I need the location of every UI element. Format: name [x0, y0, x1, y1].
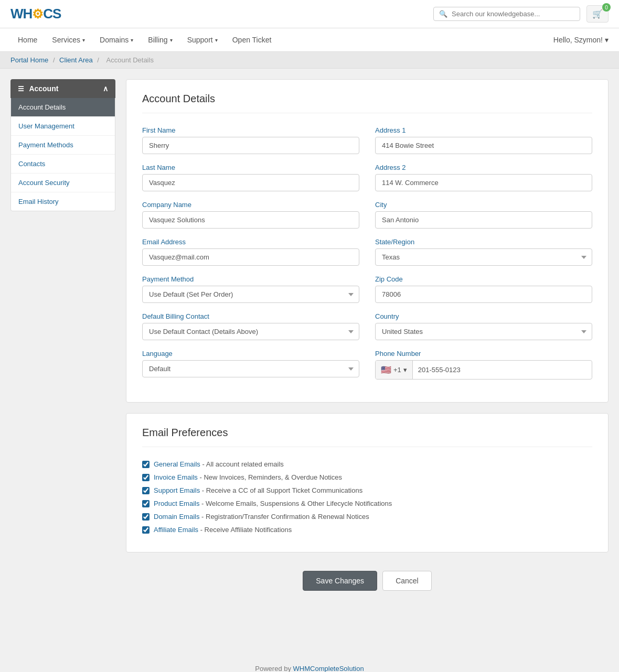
email-pref-product-type: Product Emails: [154, 500, 199, 507]
footer-link[interactable]: WHMCompleteSolution: [293, 665, 364, 672]
nav-item-billing[interactable]: Billing ▾: [141, 28, 179, 51]
nav-item-services[interactable]: Services ▾: [45, 28, 92, 51]
billing-contact-select[interactable]: Use Default Contact (Details Above): [142, 323, 359, 340]
last-name-input[interactable]: [142, 174, 359, 191]
email-pref-general-checkbox[interactable]: [142, 461, 150, 468]
sidebar-item-contacts[interactable]: Contacts: [11, 155, 115, 174]
form-right-column: Address 1 Address 2 City State/Region: [375, 126, 592, 389]
first-name-group: First Name: [142, 126, 359, 154]
phone-flag-button[interactable]: 🇺🇸 +1 ▾: [376, 361, 413, 379]
first-name-input[interactable]: [142, 137, 359, 154]
payment-method-select[interactable]: Use Default (Set Per Order): [142, 286, 359, 303]
nav-links: Home Services ▾ Domains ▾ Billing ▾ Supp…: [10, 28, 279, 51]
email-pref-general-label[interactable]: General Emails - All account related ema…: [154, 460, 284, 468]
country-label: Country: [375, 312, 592, 320]
breadcrumb-separator-1: /: [53, 56, 57, 64]
user-caret-icon: ▾: [605, 36, 609, 44]
email-pref-invoice-checkbox[interactable]: [142, 474, 150, 481]
top-bar: WH⚙CS 🔍 🛒 0: [0, 0, 619, 28]
city-label: City: [375, 201, 592, 209]
user-greeting: Hello, Szymon!: [553, 36, 603, 44]
sidebar: ☰ Account ∧ Account Details User Managem…: [10, 79, 115, 646]
email-pref-affiliate-label[interactable]: Affiliate Emails - Receive Affiliate Not…: [154, 526, 292, 534]
cancel-button[interactable]: Cancel: [382, 571, 432, 591]
company-name-group: Company Name: [142, 201, 359, 229]
last-name-label: Last Name: [142, 164, 359, 171]
search-icon: 🔍: [439, 10, 447, 18]
address2-input[interactable]: [375, 174, 592, 191]
sidebar-item-email-history[interactable]: Email History: [11, 192, 115, 211]
email-pref-invoice-label[interactable]: Invoice Emails - New Invoices, Reminders…: [154, 473, 342, 481]
email-pref-domain-desc: - Registration/Transfer Confirmation & R…: [201, 513, 369, 521]
main-nav: Home Services ▾ Domains ▾ Billing ▾ Supp…: [0, 28, 619, 52]
sidebar-item-account-security[interactable]: Account Security: [11, 174, 115, 192]
logo-gear-icon: ⚙: [32, 7, 43, 21]
phone-label: Phone Number: [375, 350, 592, 357]
user-menu[interactable]: Hello, Szymon! ▾: [553, 36, 609, 44]
email-pref-product-label[interactable]: Product Emails - Welcome Emails, Suspens…: [154, 500, 392, 507]
email-pref-invoice: Invoice Emails - New Invoices, Reminders…: [142, 473, 592, 481]
footer-text: Powered by: [255, 665, 293, 672]
billing-contact-label: Default Billing Contact: [142, 312, 359, 320]
payment-method-label: Payment Method: [142, 275, 359, 283]
phone-input[interactable]: [413, 362, 592, 378]
last-name-group: Last Name: [142, 164, 359, 191]
state-select[interactable]: Texas: [375, 248, 592, 266]
support-caret-icon: ▾: [215, 37, 218, 43]
sidebar-item-account-details[interactable]: Account Details: [11, 98, 115, 117]
country-select[interactable]: United States: [375, 323, 592, 340]
content-area: Account Details First Name Last Name Com…: [126, 79, 609, 646]
sidebar-item-user-management[interactable]: User Management: [11, 117, 115, 136]
search-bar[interactable]: 🔍: [433, 7, 580, 21]
email-pref-domain-label[interactable]: Domain Emails - Registration/Transfer Co…: [154, 513, 369, 521]
account-details-form: First Name Last Name Company Name Email …: [142, 126, 592, 389]
logo-cs: CS: [43, 6, 61, 22]
language-select[interactable]: Default: [142, 360, 359, 377]
email-pref-support-checkbox[interactable]: [142, 487, 150, 494]
address2-group: Address 2: [375, 164, 592, 191]
email-pref-product-desc: - Welcome Emails, Suspensions & Other Li…: [201, 500, 392, 507]
state-label: State/Region: [375, 238, 592, 246]
country-group: Country United States: [375, 312, 592, 340]
city-group: City: [375, 201, 592, 229]
nav-item-home[interactable]: Home: [10, 28, 45, 51]
breadcrumb-client-area[interactable]: Client Area: [59, 56, 93, 64]
address1-input[interactable]: [375, 137, 592, 154]
nav-item-support[interactable]: Support ▾: [180, 28, 225, 51]
sidebar-item-payment-methods[interactable]: Payment Methods: [11, 136, 115, 155]
us-flag-icon: 🇺🇸: [381, 365, 391, 375]
billing-caret-icon: ▾: [170, 37, 173, 43]
sidebar-section-label: Account: [29, 84, 58, 93]
email-pref-invoice-type: Invoice Emails: [154, 473, 198, 481]
email-address-label: Email Address: [142, 238, 359, 246]
save-changes-button[interactable]: Save Changes: [303, 571, 377, 591]
email-preferences-title: Email Preferences: [142, 427, 592, 447]
email-pref-product-checkbox[interactable]: [142, 500, 150, 507]
nav-item-open-ticket[interactable]: Open Ticket: [225, 28, 279, 51]
services-caret-icon: ▾: [82, 37, 85, 43]
address1-group: Address 1: [375, 126, 592, 154]
email-pref-domain-checkbox[interactable]: [142, 513, 150, 521]
account-details-panel: Account Details First Name Last Name Com…: [126, 79, 609, 403]
company-name-input[interactable]: [142, 211, 359, 229]
email-address-input[interactable]: [142, 248, 359, 266]
search-input[interactable]: [452, 10, 574, 18]
email-pref-support: Support Emails - Receive a CC of all Sup…: [142, 486, 592, 494]
sidebar-header[interactable]: ☰ Account ∧: [10, 79, 115, 98]
cart-button[interactable]: 🛒 0: [586, 5, 609, 23]
email-pref-general: General Emails - All account related ema…: [142, 460, 592, 468]
email-pref-affiliate-type: Affiliate Emails: [154, 526, 198, 534]
phone-field-group: 🇺🇸 +1 ▾: [375, 360, 592, 380]
zip-input[interactable]: [375, 286, 592, 303]
email-pref-support-label[interactable]: Support Emails - Receive a CC of all Sup…: [154, 486, 362, 494]
sidebar-collapse-icon: ∧: [103, 84, 108, 93]
first-name-label: First Name: [142, 126, 359, 134]
email-pref-affiliate-checkbox[interactable]: [142, 526, 150, 534]
billing-contact-group: Default Billing Contact Use Default Cont…: [142, 312, 359, 340]
breadcrumb-portal-home[interactable]: Portal Home: [10, 56, 48, 64]
account-icon: ☰: [18, 85, 24, 93]
email-pref-support-desc: - Receive a CC of all Support Ticket Com…: [202, 486, 362, 494]
breadcrumb-current: Account Details: [106, 56, 154, 64]
city-input[interactable]: [375, 211, 592, 229]
nav-item-domains[interactable]: Domains ▾: [92, 28, 141, 51]
